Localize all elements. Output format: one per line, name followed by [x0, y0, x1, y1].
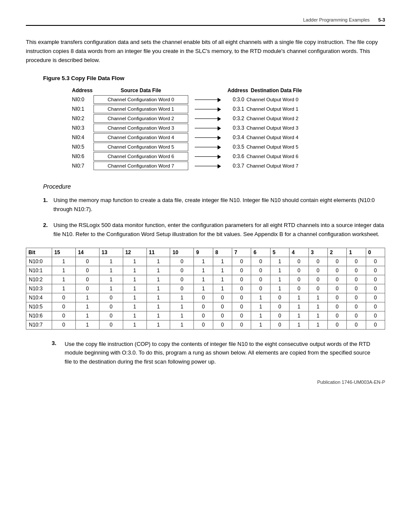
row-arrow [188, 118, 227, 119]
bit-table-cell: 1 [75, 311, 99, 320]
procedure3-row: 3. Use the copy file instruction (COP) t… [52, 340, 377, 367]
bit-table-row-label: N10:3 [26, 284, 52, 293]
bit-table-cell: 0 [366, 302, 385, 311]
bit-table-cell: 0 [290, 266, 308, 275]
bit-table-cell: 0 [75, 284, 99, 293]
bit-table-cell: 0 [213, 293, 232, 302]
bit-table-cell: 1 [213, 257, 232, 266]
bit-table-cell: 1 [52, 257, 76, 266]
footer-publication: Publication 1746-UM003A-EN-P [317, 380, 385, 385]
bit-table-cell: 0 [52, 311, 76, 320]
bit-table-cell: 0 [347, 257, 366, 266]
bit-table-cell: 1 [308, 302, 327, 311]
page: Ladder Programming Examples 5-3 This exa… [0, 0, 411, 411]
bit-table-cell: 1 [123, 320, 146, 329]
bit-table-cell: 1 [170, 302, 194, 311]
bit-table-row: N10:40101110001011000 [26, 293, 385, 302]
bit-table-cell: 1 [146, 302, 170, 311]
bit-table-cell: 1 [123, 266, 146, 275]
row-addr-right: 0:3.2 [227, 115, 246, 121]
bit-table-cell: 0 [290, 275, 308, 284]
row-source-box: Channel Configuration Word 6 [93, 152, 188, 161]
bit-table-cell: 0 [213, 320, 232, 329]
bit-table-cell: 1 [290, 293, 308, 302]
bit-table-cell: 0 [347, 293, 366, 302]
row-arrow [188, 109, 227, 109]
bit-table-header: 4 [290, 248, 308, 257]
page-header: Ladder Programming Examples 5-3 [26, 17, 385, 26]
bit-table-cell: 0 [194, 302, 213, 311]
bit-table-cell: 0 [327, 257, 346, 266]
bit-table-cell: 1 [123, 284, 146, 293]
arrow-line [195, 166, 221, 166]
bit-table-row-label: N10:1 [26, 266, 52, 275]
bit-table-cell: 0 [232, 266, 251, 275]
arrow-line [195, 100, 221, 100]
bit-table-cell: 0 [308, 257, 327, 266]
header-page: 5-3 [378, 17, 385, 22]
bit-table-cell: 0 [232, 302, 251, 311]
row-dest-text: Channel Output Word 2 [246, 116, 324, 121]
bit-table-cell: 1 [194, 266, 213, 275]
bit-table-cell: 1 [270, 257, 289, 266]
bit-table-header: 10 [170, 248, 194, 257]
bit-table-cell: 0 [366, 293, 385, 302]
row-addr-left: NI0:3 [72, 125, 93, 131]
row-arrow [188, 147, 227, 147]
bit-table-header: 6 [251, 248, 270, 257]
bit-table-cell: 0 [99, 293, 123, 302]
header-section: Ladder Programming Examples [303, 17, 370, 22]
bit-table-cell: 1 [123, 311, 146, 320]
row-arrow [188, 166, 227, 166]
bit-table-cell: 1 [75, 302, 99, 311]
row-arrow [188, 100, 227, 100]
bit-table-cell: 1 [52, 275, 76, 284]
bit-table-row: N10:31011101100100000 [26, 284, 385, 293]
bit-table-cell: 1 [213, 284, 232, 293]
bit-table-cell: 0 [99, 302, 123, 311]
bit-table-cell: 1 [213, 266, 232, 275]
bit-table-header: 0 [366, 248, 385, 257]
bit-table-cell: 1 [146, 275, 170, 284]
bit-table-cell: 1 [290, 311, 308, 320]
bit-table-cell: 0 [232, 284, 251, 293]
bit-table-cell: 1 [308, 320, 327, 329]
row-addr-left: NI0:0 [72, 96, 93, 103]
diagram-row: NI0:3 Channel Configuration Word 3 0:3.3… [72, 124, 339, 132]
bit-table-cell: 0 [270, 311, 289, 320]
col-header-source: Source Data File [93, 87, 188, 93]
diagram-row: NI0:5 Channel Configuration Word 5 0:3.5… [72, 143, 339, 151]
row-addr-left: NI0:5 [72, 144, 93, 150]
row-dest-text: Channel Output Word 7 [246, 163, 324, 168]
col-header-addr-right: Address [227, 87, 251, 93]
diagram-row: NI0:1 Channel Configuration Word 1 0:3.1… [72, 105, 339, 113]
arrow-line [195, 147, 221, 147]
bit-table-row-label: N10:2 [26, 275, 52, 284]
bit-table-cell: 0 [170, 266, 194, 275]
col-header-dest: Destination Data File [251, 87, 328, 93]
bit-table-cell: 1 [194, 284, 213, 293]
bit-table-cell: 0 [327, 293, 346, 302]
bit-table-cell: 0 [366, 320, 385, 329]
bit-table-cell: 1 [146, 266, 170, 275]
bit-table-cell: 1 [194, 275, 213, 284]
row-dest-text: Channel Output Word 5 [246, 144, 324, 149]
bit-table-row: N10:21011101100100000 [26, 275, 385, 284]
bit-table-header: 11 [146, 248, 170, 257]
row-addr-left: NI0:6 [72, 153, 93, 159]
bit-table-cell: 1 [99, 266, 123, 275]
bit-table-cell: 1 [213, 275, 232, 284]
diagram-headers: Address Source Data File Address Destina… [72, 87, 339, 93]
bit-table-cell: 0 [327, 320, 346, 329]
bit-table-cell: 1 [123, 293, 146, 302]
bit-table-cell: 1 [270, 284, 289, 293]
bit-table-header: 5 [270, 248, 289, 257]
arrow-line [195, 128, 221, 128]
page-footer: Publication 1746-UM003A-EN-P [26, 380, 385, 385]
bit-table-cell: 0 [327, 302, 346, 311]
row-addr-left: NI0:7 [72, 163, 93, 169]
bit-table-cell: 1 [52, 284, 76, 293]
bit-table-header: 8 [213, 248, 232, 257]
bit-table-cell: 1 [99, 275, 123, 284]
row-dest-text: Channel Output Word 0 [246, 97, 324, 102]
